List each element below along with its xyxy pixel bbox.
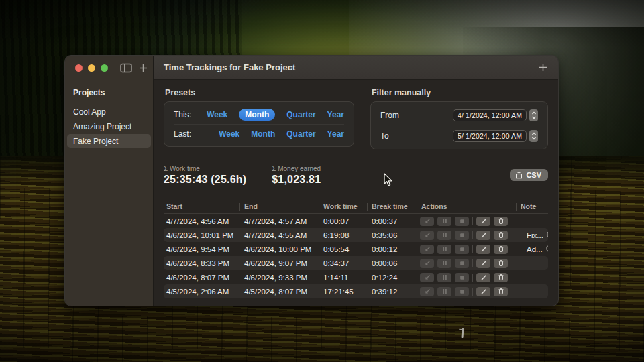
resume-button[interactable]: [420, 231, 434, 240]
csv-button-label: CSV: [526, 171, 541, 179]
table-row[interactable]: 4/6/2024, 8:07 PM 4/6/2024, 9:33 PM 1:14…: [164, 270, 548, 284]
delete-button[interactable]: [494, 217, 508, 226]
cell-note: Fix...: [518, 231, 548, 239]
sidebar-item-fake-project[interactable]: Fake Project: [67, 134, 151, 148]
export-icon: [515, 171, 523, 179]
sidebar-item-cool-app[interactable]: Cool App: [67, 105, 151, 119]
delete-button[interactable]: [494, 245, 508, 254]
cell-start: 4/7/2024, 4:56 AM: [164, 217, 241, 225]
last-week-button[interactable]: Week: [219, 129, 239, 139]
cell-start: 4/6/2024, 9:54 PM: [164, 245, 241, 253]
delete-button[interactable]: [494, 273, 508, 282]
filter-box: From 4/ 1/2024, 12:00 AM: [370, 101, 548, 149]
cell-end: 4/7/2024, 4:55 AM: [241, 231, 321, 239]
cell-actions: [419, 287, 518, 296]
table-row[interactable]: 4/6/2024, 8:33 PM 4/6/2024, 9:07 PM 0:34…: [164, 256, 548, 270]
minimize-window-button[interactable]: [88, 64, 95, 72]
actions-divider: [472, 245, 473, 253]
cell-break-time: 0:12:24: [369, 274, 419, 282]
content: Presets This: Week Month Quarter Year: [154, 80, 558, 306]
last-year-button[interactable]: Year: [327, 129, 344, 139]
comment-bubble-icon[interactable]: [546, 245, 548, 253]
cell-work-time: 0:34:37: [321, 259, 369, 267]
cell-end: 4/7/2024, 4:57 AM: [241, 217, 321, 225]
col-end[interactable]: End: [241, 202, 321, 210]
actions-divider: [472, 274, 473, 282]
resume-button[interactable]: [420, 217, 434, 226]
last-quarter-button[interactable]: Quarter: [286, 129, 315, 139]
pause-button[interactable]: [437, 273, 451, 282]
work-time-value: 25:35:43 (25.6h): [164, 174, 246, 186]
filter-from-row: From 4/ 1/2024, 12:00 AM: [380, 105, 538, 125]
cell-end: 4/6/2024, 9:07 PM: [241, 259, 321, 267]
this-month-button[interactable]: Month: [239, 109, 275, 121]
pause-button[interactable]: [437, 217, 451, 226]
sidebar-item-amazing-project[interactable]: Amazing Project: [67, 119, 151, 133]
col-work-time[interactable]: Work time: [321, 202, 369, 210]
last-month-button[interactable]: Month: [251, 129, 275, 139]
from-date-stepper[interactable]: [529, 109, 538, 121]
table-row[interactable]: 4/6/2024, 9:54 PM 4/6/2024, 10:00 PM 0:0…: [164, 242, 548, 256]
delete-button[interactable]: [494, 231, 508, 240]
edit-button[interactable]: [476, 273, 490, 282]
cell-actions: [419, 245, 518, 254]
new-project-plus-icon[interactable]: [139, 64, 148, 72]
edit-button[interactable]: [476, 245, 490, 254]
comment-bubble-icon[interactable]: [547, 231, 548, 239]
export-csv-button[interactable]: CSV: [510, 169, 548, 181]
stop-button[interactable]: [455, 217, 469, 226]
col-actions[interactable]: Actions: [419, 202, 518, 210]
cell-actions: [419, 273, 518, 282]
pause-button[interactable]: [437, 245, 451, 254]
table-row[interactable]: 4/5/2024, 2:06 AM 4/5/2024, 8:07 PM 17:2…: [164, 284, 548, 298]
edit-button[interactable]: [476, 259, 490, 268]
to-date-input[interactable]: 5/ 1/2024, 12:00 AM: [453, 130, 527, 142]
this-year-button[interactable]: Year: [327, 110, 344, 119]
stop-button[interactable]: [455, 273, 469, 282]
delete-button[interactable]: [494, 259, 508, 268]
close-window-button[interactable]: [75, 64, 83, 72]
edit-button[interactable]: [476, 217, 490, 226]
work-time-label: Σ Work time: [164, 165, 246, 172]
note-text: Ad...: [527, 245, 543, 253]
delete-button[interactable]: [494, 287, 508, 296]
cell-work-time: 0:05:54: [321, 245, 369, 253]
add-time-entry-button[interactable]: [535, 60, 550, 75]
cell-end: 4/5/2024, 8:07 PM: [241, 288, 321, 296]
project-list: Cool App Amazing Project Fake Project: [65, 105, 153, 149]
stop-button[interactable]: [455, 259, 469, 268]
col-start[interactable]: Start: [164, 202, 241, 210]
toolbar: Time Trackings for Fake Project: [154, 56, 558, 80]
table-row[interactable]: 4/7/2024, 4:56 AM 4/7/2024, 4:57 AM 0:00…: [164, 214, 548, 228]
to-date-stepper[interactable]: [529, 130, 538, 142]
resume-button[interactable]: [420, 259, 434, 268]
edit-button[interactable]: [476, 231, 490, 240]
cell-end: 4/6/2024, 10:00 PM: [241, 245, 321, 253]
resume-button[interactable]: [420, 287, 434, 296]
project-label: Amazing Project: [73, 122, 131, 131]
project-label: Cool App: [73, 107, 106, 117]
sidebar-toggle-icon[interactable]: [120, 63, 132, 73]
project-label: Fake Project: [73, 137, 118, 146]
note-text: Fix...: [527, 231, 543, 239]
this-week-button[interactable]: Week: [207, 110, 227, 119]
resume-button[interactable]: [420, 245, 434, 254]
zoom-window-button[interactable]: [101, 64, 108, 72]
sidebar: Projects Cool App Amazing Project Fake P…: [65, 56, 154, 306]
pause-button[interactable]: [437, 259, 451, 268]
resume-button[interactable]: [420, 273, 434, 282]
filter-to-row: To 5/ 1/2024, 12:00 AM: [380, 125, 538, 146]
from-date-input[interactable]: 4/ 1/2024, 12:00 AM: [453, 109, 527, 121]
pause-button[interactable]: [437, 231, 451, 240]
pause-button[interactable]: [437, 287, 451, 296]
col-note[interactable]: Note: [518, 202, 548, 210]
edit-button[interactable]: [476, 287, 490, 296]
stop-button[interactable]: [455, 231, 469, 240]
presets-this-row: This: Week Month Quarter Year: [174, 105, 344, 124]
stop-button[interactable]: [455, 287, 469, 296]
this-quarter-button[interactable]: Quarter: [286, 110, 315, 119]
col-break-time[interactable]: Break time: [369, 202, 419, 210]
stop-button[interactable]: [455, 245, 469, 254]
to-label: To: [380, 131, 389, 141]
table-row[interactable]: 4/6/2024, 10:01 PM 4/7/2024, 4:55 AM 6:1…: [164, 228, 548, 242]
